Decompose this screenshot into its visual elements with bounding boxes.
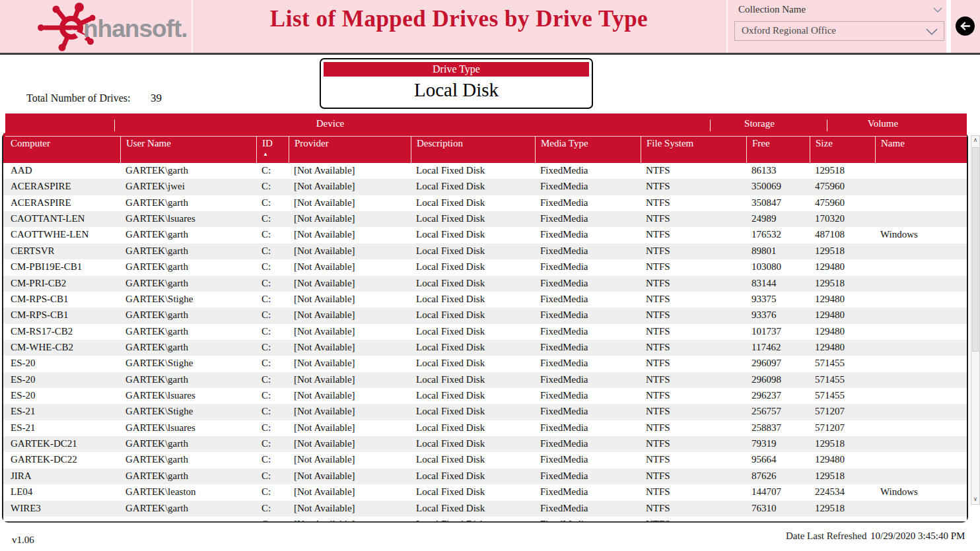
cell-computer: CM-WHE-CB2	[5, 342, 120, 353]
back-button[interactable]	[956, 16, 975, 36]
table-row[interactable]: CM-WHE-CB2GARTEK\garthC:[Not Available]L…	[3, 340, 967, 356]
column-header-free[interactable]: Free	[746, 133, 810, 163]
group-separator	[827, 119, 827, 131]
table-row[interactable]: WIRE3GARTEK\garthC:[Not Available]Local …	[3, 501, 967, 517]
cell-user-name: GARTEK\garth	[120, 229, 256, 240]
cell-free: 95664	[746, 454, 810, 465]
column-header-description[interactable]: Description	[411, 133, 535, 163]
cell-free: 144707	[746, 486, 810, 498]
cell-free: 89801	[746, 245, 810, 257]
table-row[interactable]: ES-20GARTEK\garthC:[Not Available]Local …	[3, 372, 967, 388]
table-row[interactable]: CAOTTWHE-LENGARTEK\garthC:[Not Available…	[3, 227, 967, 243]
cell-size: 571207	[810, 422, 875, 434]
cell-id: C:	[256, 358, 289, 369]
column-header-provider[interactable]: Provider	[289, 133, 411, 163]
cell-user-name: GARTEK\garth	[120, 278, 256, 289]
scroll-up-icon[interactable]: ∧	[971, 136, 979, 145]
column-header-name[interactable]: Name	[875, 133, 967, 163]
column-header-id[interactable]: ID▲	[256, 133, 289, 163]
cell-id: C:	[256, 454, 289, 465]
cell-media-type: FixedMedia	[535, 165, 641, 176]
table-row[interactable]: CM-RPS-CB1GARTEK\StigheC:[Not Available]…	[3, 292, 967, 308]
cell-free: 83144	[746, 278, 810, 289]
cell-computer: WIRE3	[5, 503, 120, 514]
table-group-header: Device Storage Volume	[5, 113, 967, 137]
arrow-left-icon	[960, 22, 971, 30]
cell-provider: [Not Available]	[289, 470, 411, 482]
cell-provider: [Not Available]	[289, 229, 411, 240]
cell-file-system: NTFS	[641, 326, 746, 337]
table-row[interactable]: ES-20GARTEK\StigheC:[Not Available]Local…	[3, 356, 967, 372]
collection-dropdown[interactable]: Oxford Regional Office	[734, 21, 944, 41]
cell-user-name: GARTEK\garth	[120, 470, 256, 482]
cell-description: Local Fixed Disk	[411, 503, 535, 514]
table-row[interactable]: ES-20GARTEK\lsuaresC:[Not Available]Loca…	[3, 388, 967, 404]
cell-media-type: FixedMedia	[535, 486, 641, 498]
column-header-size[interactable]: Size	[810, 133, 875, 163]
table-row[interactable]: CAOTTANT-LENGARTEK\lsuaresC:[Not Availab…	[3, 211, 967, 227]
table-row[interactable]: CM-PRI-CB2GARTEK\garthC:[Not Available]L…	[3, 276, 967, 292]
cell-free: 296097	[746, 358, 810, 369]
cell-description: Local Fixed Disk	[411, 213, 535, 224]
cell-id: C:	[256, 438, 289, 449]
cell-user-name: GARTEK\lsuares	[120, 390, 256, 401]
table-row[interactable]: CM-RPS-CB1GARTEK\garthC:[Not Available]L…	[3, 308, 967, 323]
cell-computer: CM-RPS-CB1	[5, 309, 120, 321]
column-header-user-name[interactable]: User Name	[120, 133, 256, 163]
cell-media-type: FixedMedia	[535, 390, 641, 401]
table-row[interactable]: ACERASPIREGARTEK\garthC:[Not Available]L…	[3, 195, 967, 211]
cell-user-name: GARTEK\jwei	[120, 181, 256, 192]
table-row[interactable]: GARTEK-DC22GARTEK\garthC:[Not Available]…	[3, 452, 967, 468]
column-header-media-type[interactable]: Media Type	[535, 133, 641, 163]
table-row[interactable]: CM-PBI19E-CB1GARTEK\garthC:[Not Availabl…	[3, 259, 967, 275]
cell-computer: CAOTTWHE-LEN	[5, 229, 120, 240]
cell-user-name: GARTEK\garth	[120, 503, 256, 514]
drive-type-value: Local Disk	[321, 79, 592, 101]
cell-free: 79319	[746, 438, 810, 449]
cell-size: 129480	[810, 294, 875, 305]
table-row[interactable]: ACERASPIREGARTEK\jweiC:[Not Available]Lo…	[3, 179, 967, 195]
table-row[interactable]: ES-21GARTEK\lsuaresC:[Not Available]Loca…	[3, 420, 967, 436]
cell-user-name: GARTEK\garth	[120, 342, 256, 353]
table-row[interactable]: AADGARTEK\garthC:[Not Available]Local Fi…	[3, 163, 967, 179]
scrollbar-thumb[interactable]	[972, 147, 979, 352]
cell-size: 170320	[810, 213, 875, 224]
cell-free: 256757	[746, 406, 810, 417]
table-row[interactable]: LE04GARTEK\leastonC:[Not Available]Local…	[3, 484, 967, 500]
cell-computer: CM-PBI19E-CB1	[5, 261, 120, 273]
cell-provider: [Not Available]	[289, 213, 411, 224]
table-rows: AADGARTEK\garthC:[Not Available]Local Fi…	[3, 163, 967, 521]
cell-free: 93375	[746, 294, 810, 305]
cell-description: Local Fixed Disk	[411, 470, 535, 482]
vertical-scrollbar[interactable]: ∧ ∨	[971, 135, 980, 505]
scroll-down-icon[interactable]: ∨	[971, 495, 979, 504]
cell-description: Local Fixed Disk	[411, 229, 535, 240]
cell-media-type: FixedMedia	[535, 181, 641, 192]
cell-description: Local Fixed Disk	[411, 294, 535, 305]
cell-computer: ES-21	[5, 422, 120, 434]
cell-description: Local Fixed Disk	[411, 358, 535, 369]
header-divider	[726, 0, 728, 53]
cell-description: Local Fixed Disk	[411, 342, 535, 353]
table-column-header-row: Computer User Name ID▲ Provider Descript…	[3, 133, 967, 163]
cell-free: 87626	[746, 470, 810, 482]
column-header-file-system[interactable]: File System	[641, 133, 746, 163]
cell-file-system: NTFS	[641, 197, 746, 209]
chevron-down-icon[interactable]	[933, 7, 942, 13]
cell-media-type: FixedMedia	[535, 309, 641, 321]
table-row[interactable]: CM-RS17-CB2GARTEK\garthC:[Not Available]…	[3, 324, 967, 340]
cell-size: 571207	[810, 406, 875, 417]
table-row[interactable]: JIRAGARTEK\garthC:[Not Available]Local F…	[3, 469, 967, 484]
table-row-partial[interactable]: C:[Not Available]Local Fixed DiskFixedMe…	[3, 517, 967, 521]
cell-free: 350069	[746, 181, 810, 192]
column-header-id-label: ID	[262, 138, 273, 148]
cell-size: 129518	[810, 165, 875, 176]
cell-user-name: GARTEK\garth	[120, 454, 256, 465]
cell-media-type: FixedMedia	[535, 454, 641, 465]
table-row[interactable]: GARTEK-DC21GARTEK\garthC:[Not Available]…	[3, 436, 967, 452]
column-header-computer[interactable]: Computer	[5, 133, 120, 163]
sort-ascending-icon: ▲	[263, 152, 289, 157]
table-row[interactable]: CERTSVRGARTEK\garthC:[Not Available]Loca…	[3, 243, 967, 259]
cell-provider: [Not Available]	[289, 486, 411, 498]
table-row[interactable]: ES-21GARTEK\StigheC:[Not Available]Local…	[3, 404, 967, 420]
